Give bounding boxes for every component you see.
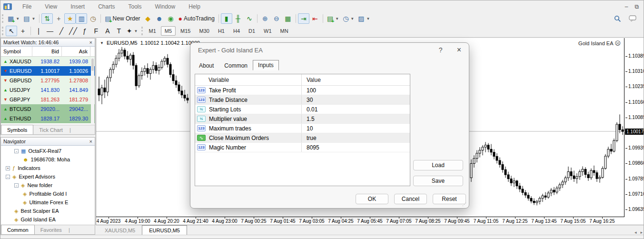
input-row-take-profit[interactable]: 123Take Profit100	[195, 86, 410, 95]
tab-scroll-left-icon[interactable]: ◂	[634, 230, 637, 235]
close-icon[interactable]: ×	[89, 40, 92, 45]
zoom-out-icon[interactable]: ⊖	[271, 13, 282, 24]
market-watch-row-gbpusd[interactable]: ▼GBPUSD1.277951.27808	[1, 76, 95, 85]
tile-windows-icon[interactable]: ▦	[282, 13, 294, 24]
tab-common[interactable]: Common	[219, 61, 253, 70]
candlestick-chart-icon[interactable]: ▮	[221, 13, 232, 24]
input-row-starting-lots[interactable]: ½Starting Lots0.01	[195, 105, 410, 114]
profiles-icon[interactable]: ▤▼	[21, 13, 37, 24]
tree-item-new-folder[interactable]: -◈New folder	[1, 181, 95, 189]
timeframe-m5[interactable]: M5	[161, 26, 176, 36]
metaeditor-icon[interactable]: ◆	[142, 13, 154, 24]
time-axis[interactable]: 4 Aug 20234 Aug 19:004 Aug 20:204 Aug 21…	[96, 218, 624, 225]
fibonacci-icon[interactable]: ƒ	[79, 26, 90, 36]
save-button[interactable]: Save	[413, 176, 463, 186]
expand-icon[interactable]: +	[6, 166, 10, 170]
collapse-icon[interactable]: -	[14, 183, 19, 188]
autotrading-icon[interactable]: ●AutoTrading	[177, 13, 217, 24]
market-watch-row-btcusd[interactable]: ▲BTCUSD29020...29042...	[1, 104, 95, 114]
tree-item-profitable-gold-i[interactable]: ◈Profitable Gold I	[1, 189, 95, 198]
input-row-trade-distance[interactable]: 123Trade Distance30	[195, 95, 410, 105]
market-watch-row-gbpjpy[interactable]: ▼GBPJPY181.263181.279	[1, 95, 95, 104]
timeframe-m1[interactable]: M1	[145, 26, 160, 36]
timeframe-h1[interactable]: H1	[214, 26, 228, 36]
menu-view[interactable]: View	[38, 1, 64, 12]
terminal-icon[interactable]: ▥	[76, 13, 87, 24]
signals-icon[interactable]: ◉	[165, 13, 177, 24]
market-watch-row-eurusd[interactable]: ▼EURUSD1.100171.10026	[1, 66, 95, 76]
parameter-value[interactable]: 10	[301, 124, 410, 133]
parameter-value[interactable]: 0.01	[301, 105, 410, 114]
chart-shift-icon[interactable]: ⇤	[309, 13, 321, 24]
timeframe-m30[interactable]: M30	[195, 26, 213, 36]
crosshair-icon[interactable]: +	[17, 26, 29, 36]
vertical-line-icon[interactable]: |	[33, 26, 44, 36]
menu-file[interactable]: File	[16, 1, 38, 12]
market-watch-row-xauusd[interactable]: ▲XAUUSD1938.821939.08	[1, 57, 95, 66]
help-icon[interactable]: ?	[439, 46, 443, 54]
parameter-value[interactable]: 8095	[301, 143, 410, 152]
menu-help[interactable]: Help	[182, 1, 207, 12]
community-icon[interactable]: ☻	[154, 13, 165, 24]
price-axis[interactable]: 1.103851.103101.102351.101601.100851.099…	[624, 38, 644, 217]
cancel-button[interactable]: Cancel	[394, 194, 427, 204]
menu-charts[interactable]: Charts	[91, 1, 121, 12]
text-label-icon[interactable]: T	[113, 26, 125, 36]
line-chart-icon[interactable]: ∿	[244, 13, 255, 24]
column-header-symbol[interactable]: Symbol	[1, 47, 32, 56]
collapse-icon[interactable]: -	[14, 149, 19, 153]
parameter-value[interactable]: 1.5	[301, 114, 410, 123]
tab-inputs[interactable]: Inputs	[253, 60, 279, 70]
tab-scroll-right-icon[interactable]: ▸	[640, 230, 643, 235]
timeframe-d1[interactable]: D1	[245, 26, 259, 36]
market-watch-scrollbar[interactable]	[91, 58, 94, 124]
timeframe-h4[interactable]: H4	[229, 26, 244, 36]
timeframe-w1[interactable]: W1	[260, 26, 276, 36]
tab-tick-chart[interactable]: Tick Chart	[33, 125, 69, 134]
timeframe-m15[interactable]: M15	[177, 26, 194, 36]
parameter-value[interactable]: 100	[301, 86, 410, 95]
navigator-icon[interactable]: ★	[64, 13, 76, 24]
strategy-tester-icon[interactable]: ◷	[87, 13, 99, 24]
horizontal-line-icon[interactable]: —	[44, 26, 56, 36]
periods-icon[interactable]: ◷▼	[341, 13, 356, 24]
search-icon[interactable]	[614, 15, 621, 22]
chart-tab-xauusd[interactable]: XAUUSD,M5	[98, 226, 142, 235]
market-watch-row-ethusd[interactable]: ▲ETHUSD1828.171829.30	[1, 114, 95, 123]
tree-item-octafx-real7[interactable]: -▦OctaFX-Real7	[1, 147, 95, 155]
input-row-maximum-trades[interactable]: 123Maximum trades10	[195, 124, 410, 133]
minimize-icon[interactable]: –	[625, 3, 628, 10]
tab-common[interactable]: Common	[1, 225, 35, 234]
input-row-close-maximum-orders[interactable]: ∿Close Maximum Orderstrue	[195, 133, 410, 143]
indicators-icon[interactable]: ▤+▼	[325, 13, 341, 24]
restore-icon[interactable]: ⧉	[634, 3, 639, 10]
ok-button[interactable]: OK	[356, 194, 388, 204]
tree-item-gold-island-ea[interactable]: ◈Gold Island EA	[1, 215, 95, 224]
chat-icon[interactable]	[629, 15, 637, 22]
text-icon[interactable]: A	[102, 26, 113, 36]
tab-about[interactable]: About	[194, 61, 219, 70]
tree-item-best-scalper-ea[interactable]: ◈Best Scalper EA	[1, 207, 95, 215]
menu-tools[interactable]: Tools	[122, 1, 149, 12]
dialog-title-bar[interactable]: Expert - Gold Island EA ? ×	[190, 43, 469, 57]
new-chart-icon[interactable]: ▦+▼	[6, 13, 21, 24]
parameter-value[interactable]: true	[301, 133, 410, 142]
parameter-value[interactable]: 30	[301, 95, 410, 104]
column-header-bid[interactable]: Bid	[32, 47, 62, 56]
market-watch-row-usdjpy[interactable]: ▲USDJPY141.830141.849	[1, 85, 95, 95]
close-icon[interactable]: ×	[89, 139, 92, 144]
market-watch-icon[interactable]: ⇅	[41, 13, 53, 24]
templates-icon[interactable]: ▨▼	[356, 13, 372, 24]
data-window-icon[interactable]: +	[53, 13, 64, 24]
load-button[interactable]: Load	[413, 160, 463, 170]
arrows-icon[interactable]: ✦▼	[125, 26, 140, 36]
column-header-ask[interactable]: Ask	[62, 47, 90, 56]
trendline-icon[interactable]: ╱	[56, 26, 67, 36]
tree-item-ultimate-forex-e[interactable]: ◈Ultimate Forex E	[1, 198, 95, 207]
input-row-multiplier-value[interactable]: ½Multiplier value1.5	[195, 114, 410, 124]
cursor-icon[interactable]: ↖	[6, 26, 17, 36]
tab-symbols[interactable]: Symbols	[1, 125, 33, 134]
zoom-in-icon[interactable]: ⊕	[259, 13, 271, 24]
close-icon[interactable]: ×	[457, 46, 461, 54]
reset-button[interactable]: Reset	[433, 194, 466, 204]
